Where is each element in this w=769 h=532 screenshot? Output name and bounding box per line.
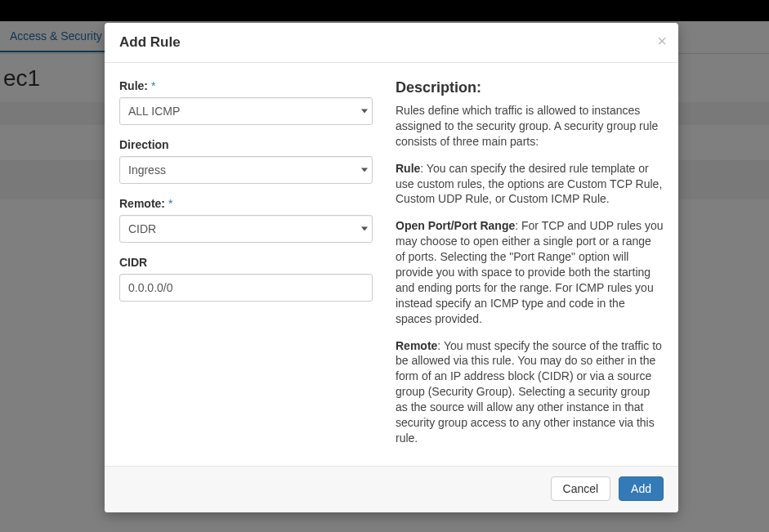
description-remote: Remote: You must specify the source of t…	[396, 338, 664, 446]
desc-rule-text: : You can specify the desired rule templ…	[396, 162, 662, 206]
description-column: Description: Rules define which traffic …	[396, 79, 664, 458]
close-icon[interactable]: ×	[657, 33, 667, 49]
rule-label-text: Rule:	[119, 79, 148, 92]
field-direction: Direction Ingress	[119, 138, 373, 184]
description-rule: Rule: You can specify the desired rule t…	[396, 161, 664, 208]
direction-select[interactable]: Ingress	[119, 156, 373, 184]
required-mark: *	[168, 197, 172, 210]
desc-port-text: : For TCP and UDP rules you may choose t…	[396, 219, 664, 324]
form-column: Rule: * ALL ICMP Direction Ingress	[119, 79, 373, 458]
modal-title: Add Rule	[119, 34, 664, 51]
field-rule: Rule: * ALL ICMP	[119, 79, 373, 125]
add-button[interactable]: Add	[619, 476, 664, 501]
description-port: Open Port/Port Range: For TCP and UDP ru…	[396, 218, 664, 326]
remote-label-text: Remote:	[119, 197, 165, 210]
desc-remote-text: : You must specify the source of the tra…	[396, 339, 662, 445]
direction-label: Direction	[119, 138, 373, 151]
rule-label: Rule: *	[119, 79, 373, 92]
cidr-label: CIDR	[119, 256, 373, 269]
field-cidr: CIDR	[119, 256, 373, 302]
desc-port-label: Open Port/Port Range	[396, 219, 515, 232]
field-remote: Remote: * CIDR	[119, 197, 373, 243]
add-rule-modal: Add Rule × Rule: * ALL ICMP Direction	[105, 23, 678, 512]
rule-select[interactable]: ALL ICMP	[119, 97, 373, 125]
required-mark: *	[151, 79, 155, 92]
desc-remote-label: Remote	[396, 339, 437, 352]
remote-select[interactable]: CIDR	[119, 215, 373, 243]
description-heading: Description:	[396, 79, 664, 96]
modal-footer: Cancel Add	[105, 466, 678, 512]
cidr-input[interactable]	[119, 274, 373, 302]
remote-label: Remote: *	[119, 197, 373, 210]
description-intro: Rules define which traffic is allowed to…	[396, 103, 664, 150]
modal-body: Rule: * ALL ICMP Direction Ingress	[105, 63, 678, 466]
modal-header: Add Rule ×	[105, 23, 678, 63]
desc-rule-label: Rule	[396, 162, 420, 175]
cancel-button[interactable]: Cancel	[551, 476, 611, 501]
